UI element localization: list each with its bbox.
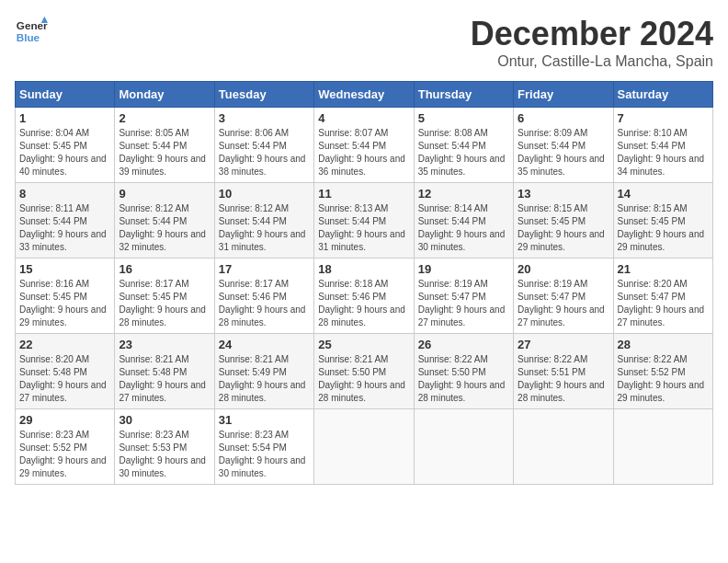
day-detail: Sunrise: 8:17 AMSunset: 5:45 PMDaylight:… [119, 279, 206, 327]
day-detail: Sunrise: 8:21 AMSunset: 5:48 PMDaylight:… [119, 354, 206, 403]
header-cell-wednesday: Wednesday [314, 82, 414, 108]
day-number: 27 [518, 338, 609, 351]
day-number: 10 [219, 187, 310, 201]
day-detail: Sunrise: 8:20 AMSunset: 5:47 PMDaylight:… [618, 279, 705, 327]
day-detail: Sunrise: 8:23 AMSunset: 5:52 PMDaylight:… [19, 430, 107, 478]
calendar-cell: 7Sunrise: 8:10 AMSunset: 5:44 PMDaylight… [613, 108, 712, 183]
calendar-cell: 23Sunrise: 8:21 AMSunset: 5:48 PMDayligh… [115, 334, 214, 409]
day-number: 25 [318, 338, 409, 351]
day-number: 19 [418, 262, 509, 276]
calendar-cell: 3Sunrise: 8:06 AMSunset: 5:44 PMDaylight… [214, 108, 313, 183]
day-detail: Sunrise: 8:12 AMSunset: 5:44 PMDaylight:… [119, 203, 206, 252]
day-number: 29 [19, 413, 110, 427]
day-detail: Sunrise: 8:19 AMSunset: 5:47 PMDaylight:… [418, 279, 506, 327]
calendar-cell [514, 409, 613, 485]
day-number: 31 [219, 413, 310, 427]
calendar-cell: 25Sunrise: 8:21 AMSunset: 5:50 PMDayligh… [314, 334, 414, 409]
day-number: 13 [518, 187, 609, 201]
day-detail: Sunrise: 8:13 AMSunset: 5:44 PMDaylight:… [318, 203, 405, 252]
calendar-cell: 14Sunrise: 8:15 AMSunset: 5:45 PMDayligh… [613, 183, 712, 259]
calendar-cell [613, 409, 712, 485]
day-detail: Sunrise: 8:15 AMSunset: 5:45 PMDaylight:… [518, 203, 605, 252]
day-number: 12 [418, 187, 509, 201]
day-detail: Sunrise: 8:04 AMSunset: 5:45 PMDaylight:… [19, 128, 107, 177]
day-detail: Sunrise: 8:07 AMSunset: 5:44 PMDaylight:… [318, 128, 405, 177]
day-detail: Sunrise: 8:09 AMSunset: 5:44 PMDaylight:… [518, 128, 605, 177]
calendar-cell: 16Sunrise: 8:17 AMSunset: 5:45 PMDayligh… [115, 259, 214, 334]
calendar-cell: 28Sunrise: 8:22 AMSunset: 5:52 PMDayligh… [613, 334, 712, 409]
header-cell-monday: Monday [115, 82, 214, 108]
calendar-cell: 5Sunrise: 8:08 AMSunset: 5:44 PMDaylight… [414, 108, 513, 183]
calendar-cell: 20Sunrise: 8:19 AMSunset: 5:47 PMDayligh… [514, 259, 613, 334]
day-detail: Sunrise: 8:22 AMSunset: 5:50 PMDaylight:… [418, 354, 506, 403]
day-number: 5 [418, 111, 509, 125]
calendar-cell: 30Sunrise: 8:23 AMSunset: 5:53 PMDayligh… [115, 409, 214, 485]
calendar-cell: 9Sunrise: 8:12 AMSunset: 5:44 PMDaylight… [115, 183, 214, 259]
day-detail: Sunrise: 8:18 AMSunset: 5:46 PMDaylight:… [318, 279, 405, 327]
day-detail: Sunrise: 8:22 AMSunset: 5:51 PMDaylight:… [518, 354, 605, 403]
day-detail: Sunrise: 8:17 AMSunset: 5:46 PMDaylight:… [219, 279, 306, 327]
calendar-header: SundayMondayTuesdayWednesdayThursdayFrid… [16, 82, 713, 108]
calendar-cell: 1Sunrise: 8:04 AMSunset: 5:45 PMDaylight… [16, 108, 115, 183]
calendar-row: 8Sunrise: 8:11 AMSunset: 5:44 PMDaylight… [16, 183, 713, 259]
day-detail: Sunrise: 8:23 AMSunset: 5:54 PMDaylight:… [219, 430, 306, 478]
day-detail: Sunrise: 8:10 AMSunset: 5:44 PMDaylight:… [618, 128, 705, 177]
day-detail: Sunrise: 8:23 AMSunset: 5:53 PMDaylight:… [119, 430, 206, 478]
calendar-cell: 15Sunrise: 8:16 AMSunset: 5:45 PMDayligh… [16, 259, 115, 334]
calendar-cell [314, 409, 414, 485]
calendar-cell: 4Sunrise: 8:07 AMSunset: 5:44 PMDaylight… [314, 108, 414, 183]
header-cell-friday: Friday [514, 82, 613, 108]
day-detail: Sunrise: 8:22 AMSunset: 5:52 PMDaylight:… [618, 354, 705, 403]
day-number: 20 [518, 262, 609, 276]
day-number: 22 [19, 338, 110, 351]
calendar-cell: 18Sunrise: 8:18 AMSunset: 5:46 PMDayligh… [314, 259, 414, 334]
day-detail: Sunrise: 8:21 AMSunset: 5:50 PMDaylight:… [318, 354, 405, 403]
day-number: 3 [219, 111, 310, 125]
calendar-cell: 19Sunrise: 8:19 AMSunset: 5:47 PMDayligh… [414, 259, 513, 334]
day-number: 6 [518, 111, 609, 125]
day-number: 1 [19, 111, 110, 125]
calendar-cell: 21Sunrise: 8:20 AMSunset: 5:47 PMDayligh… [613, 259, 712, 334]
calendar-table: SundayMondayTuesdayWednesdayThursdayFrid… [15, 81, 713, 485]
calendar-cell: 11Sunrise: 8:13 AMSunset: 5:44 PMDayligh… [314, 183, 414, 259]
header-row: SundayMondayTuesdayWednesdayThursdayFrid… [16, 82, 713, 108]
day-number: 2 [119, 111, 210, 125]
calendar-body: 1Sunrise: 8:04 AMSunset: 5:45 PMDaylight… [16, 108, 713, 485]
calendar-subtitle: Ontur, Castille-La Mancha, Spain [471, 53, 713, 70]
title-section: December 2024 Ontur, Castille-La Mancha,… [471, 15, 713, 70]
calendar-cell: 10Sunrise: 8:12 AMSunset: 5:44 PMDayligh… [214, 183, 313, 259]
day-detail: Sunrise: 8:05 AMSunset: 5:44 PMDaylight:… [119, 128, 206, 177]
day-detail: Sunrise: 8:06 AMSunset: 5:44 PMDaylight:… [219, 128, 306, 177]
day-number: 7 [618, 111, 709, 125]
day-detail: Sunrise: 8:16 AMSunset: 5:45 PMDaylight:… [19, 279, 107, 327]
day-number: 8 [19, 187, 110, 201]
calendar-cell: 31Sunrise: 8:23 AMSunset: 5:54 PMDayligh… [214, 409, 313, 485]
day-number: 18 [318, 262, 409, 276]
day-detail: Sunrise: 8:20 AMSunset: 5:48 PMDaylight:… [19, 354, 107, 403]
calendar-cell: 12Sunrise: 8:14 AMSunset: 5:44 PMDayligh… [414, 183, 513, 259]
calendar-cell: 13Sunrise: 8:15 AMSunset: 5:45 PMDayligh… [514, 183, 613, 259]
day-detail: Sunrise: 8:21 AMSunset: 5:49 PMDaylight:… [219, 354, 306, 403]
calendar-row: 1Sunrise: 8:04 AMSunset: 5:45 PMDaylight… [16, 108, 713, 183]
day-number: 9 [119, 187, 210, 201]
calendar-title: December 2024 [471, 15, 713, 53]
day-number: 14 [618, 187, 709, 201]
calendar-cell [414, 409, 513, 485]
day-number: 30 [119, 413, 210, 427]
calendar-cell: 17Sunrise: 8:17 AMSunset: 5:46 PMDayligh… [214, 259, 313, 334]
header: General Blue December 2024 Ontur, Castil… [15, 15, 713, 70]
header-cell-saturday: Saturday [613, 82, 712, 108]
header-cell-thursday: Thursday [414, 82, 513, 108]
day-detail: Sunrise: 8:14 AMSunset: 5:44 PMDaylight:… [418, 203, 506, 252]
calendar-cell: 2Sunrise: 8:05 AMSunset: 5:44 PMDaylight… [115, 108, 214, 183]
day-detail: Sunrise: 8:11 AMSunset: 5:44 PMDaylight:… [19, 203, 107, 252]
calendar-cell: 29Sunrise: 8:23 AMSunset: 5:52 PMDayligh… [16, 409, 115, 485]
calendar-cell: 27Sunrise: 8:22 AMSunset: 5:51 PMDayligh… [514, 334, 613, 409]
day-number: 11 [318, 187, 409, 201]
day-detail: Sunrise: 8:08 AMSunset: 5:44 PMDaylight:… [418, 128, 506, 177]
header-cell-sunday: Sunday [16, 82, 115, 108]
calendar-row: 22Sunrise: 8:20 AMSunset: 5:48 PMDayligh… [16, 334, 713, 409]
day-number: 24 [219, 338, 310, 351]
day-number: 4 [318, 111, 409, 125]
day-number: 28 [618, 338, 709, 351]
